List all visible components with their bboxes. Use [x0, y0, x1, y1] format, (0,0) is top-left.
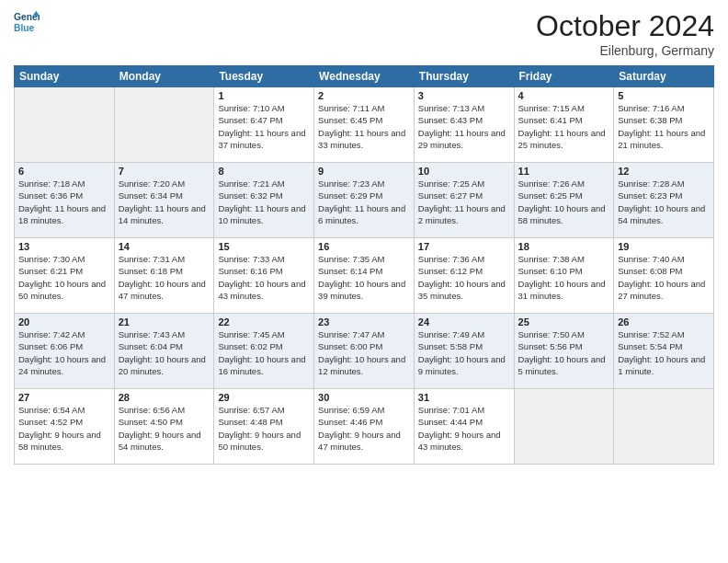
calendar-cell: 9Sunrise: 7:23 AM Sunset: 6:29 PM Daylig…: [314, 163, 415, 238]
day-number: 11: [518, 166, 610, 177]
cell-details: Sunrise: 7:33 AM Sunset: 6:16 PM Dayligh…: [218, 253, 310, 302]
day-number: 10: [418, 166, 510, 177]
logo-icon: General Blue: [14, 9, 40, 35]
calendar-cell: 10Sunrise: 7:25 AM Sunset: 6:27 PM Dayli…: [414, 163, 514, 238]
calendar-cell: 7Sunrise: 7:20 AM Sunset: 6:34 PM Daylig…: [114, 163, 214, 238]
cell-details: Sunrise: 7:25 AM Sunset: 6:27 PM Dayligh…: [418, 178, 510, 226]
week-row: 27Sunrise: 6:54 AM Sunset: 4:52 PM Dayli…: [15, 389, 714, 465]
day-number: 3: [418, 90, 510, 101]
day-number: 2: [318, 90, 410, 101]
calendar-cell: [15, 87, 115, 163]
cell-details: Sunrise: 7:20 AM Sunset: 6:34 PM Dayligh…: [119, 178, 210, 226]
logo: General Blue: [14, 9, 40, 35]
calendar-cell: 2Sunrise: 7:11 AM Sunset: 6:45 PM Daylig…: [314, 87, 415, 163]
day-number: 28: [119, 392, 210, 403]
calendar-cell: 23Sunrise: 7:47 AM Sunset: 6:00 PM Dayli…: [314, 314, 415, 389]
day-number: 7: [119, 166, 210, 177]
calendar-cell: 11Sunrise: 7:26 AM Sunset: 6:25 PM Dayli…: [514, 163, 614, 238]
day-number: 9: [318, 166, 410, 177]
calendar-cell: 24Sunrise: 7:49 AM Sunset: 5:58 PM Dayli…: [414, 314, 514, 389]
day-number: 1: [218, 90, 310, 101]
cell-details: Sunrise: 7:21 AM Sunset: 6:32 PM Dayligh…: [218, 178, 310, 226]
cell-details: Sunrise: 6:57 AM Sunset: 4:48 PM Dayligh…: [218, 404, 310, 453]
day-number: 19: [618, 241, 710, 252]
calendar-cell: 30Sunrise: 6:59 AM Sunset: 4:46 PM Dayli…: [314, 389, 415, 465]
calendar-table: SundayMondayTuesdayWednesdayThursdayFrid…: [14, 65, 714, 465]
day-number: 14: [119, 241, 210, 252]
calendar-cell: 16Sunrise: 7:35 AM Sunset: 6:14 PM Dayli…: [314, 238, 415, 314]
day-number: 29: [218, 392, 310, 403]
calendar-cell: [614, 389, 714, 465]
cell-details: Sunrise: 7:45 AM Sunset: 6:02 PM Dayligh…: [218, 328, 310, 377]
calendar-cell: 19Sunrise: 7:40 AM Sunset: 6:08 PM Dayli…: [614, 238, 714, 314]
calendar-cell: 31Sunrise: 7:01 AM Sunset: 4:44 PM Dayli…: [414, 389, 514, 465]
calendar-cell: 6Sunrise: 7:18 AM Sunset: 6:36 PM Daylig…: [15, 163, 115, 238]
week-row: 20Sunrise: 7:42 AM Sunset: 6:06 PM Dayli…: [15, 314, 714, 389]
cell-details: Sunrise: 7:13 AM Sunset: 6:43 PM Dayligh…: [418, 102, 510, 151]
calendar-cell: 5Sunrise: 7:16 AM Sunset: 6:38 PM Daylig…: [614, 87, 714, 163]
calendar-cell: 20Sunrise: 7:42 AM Sunset: 6:06 PM Dayli…: [15, 314, 115, 389]
cell-details: Sunrise: 7:16 AM Sunset: 6:38 PM Dayligh…: [618, 102, 710, 151]
calendar-cell: 17Sunrise: 7:36 AM Sunset: 6:12 PM Dayli…: [414, 238, 514, 314]
day-number: 17: [418, 241, 510, 252]
day-number: 4: [518, 90, 610, 101]
weekday-header: Tuesday: [214, 66, 314, 87]
cell-details: Sunrise: 7:50 AM Sunset: 5:56 PM Dayligh…: [518, 328, 610, 377]
cell-details: Sunrise: 7:49 AM Sunset: 5:58 PM Dayligh…: [418, 328, 510, 377]
calendar-cell: 3Sunrise: 7:13 AM Sunset: 6:43 PM Daylig…: [414, 87, 514, 163]
day-number: 22: [218, 316, 310, 327]
week-row: 1Sunrise: 7:10 AM Sunset: 6:47 PM Daylig…: [15, 87, 714, 163]
day-number: 16: [318, 241, 410, 252]
day-number: 18: [518, 241, 610, 252]
cell-details: Sunrise: 7:15 AM Sunset: 6:41 PM Dayligh…: [518, 102, 610, 151]
day-number: 24: [418, 316, 510, 327]
weekday-header: Thursday: [414, 66, 514, 87]
month-title: October 2024: [536, 9, 714, 43]
cell-details: Sunrise: 7:36 AM Sunset: 6:12 PM Dayligh…: [418, 253, 510, 302]
cell-details: Sunrise: 7:18 AM Sunset: 6:36 PM Dayligh…: [18, 178, 110, 226]
week-row: 6Sunrise: 7:18 AM Sunset: 6:36 PM Daylig…: [15, 163, 714, 238]
day-number: 26: [618, 316, 710, 327]
cell-details: Sunrise: 7:30 AM Sunset: 6:21 PM Dayligh…: [18, 253, 110, 302]
calendar-cell: 18Sunrise: 7:38 AM Sunset: 6:10 PM Dayli…: [514, 238, 614, 314]
calendar-cell: 21Sunrise: 7:43 AM Sunset: 6:04 PM Dayli…: [114, 314, 214, 389]
location: Eilenburg, Germany: [536, 43, 714, 58]
calendar-cell: 1Sunrise: 7:10 AM Sunset: 6:47 PM Daylig…: [214, 87, 314, 163]
title-block: October 2024 Eilenburg, Germany: [536, 9, 714, 58]
svg-text:Blue: Blue: [14, 23, 35, 33]
day-number: 15: [218, 241, 310, 252]
day-number: 12: [618, 166, 710, 177]
cell-details: Sunrise: 7:10 AM Sunset: 6:47 PM Dayligh…: [218, 102, 310, 151]
calendar-cell: 13Sunrise: 7:30 AM Sunset: 6:21 PM Dayli…: [15, 238, 115, 314]
cell-details: Sunrise: 7:47 AM Sunset: 6:00 PM Dayligh…: [318, 328, 410, 377]
cell-details: Sunrise: 7:52 AM Sunset: 5:54 PM Dayligh…: [618, 328, 710, 377]
cell-details: Sunrise: 7:40 AM Sunset: 6:08 PM Dayligh…: [618, 253, 710, 302]
calendar-page: General Blue October 2024 Eilenburg, Ger…: [0, 0, 728, 563]
calendar-cell: 8Sunrise: 7:21 AM Sunset: 6:32 PM Daylig…: [214, 163, 314, 238]
cell-details: Sunrise: 7:23 AM Sunset: 6:29 PM Dayligh…: [318, 178, 410, 226]
header-row: SundayMondayTuesdayWednesdayThursdayFrid…: [15, 66, 714, 87]
day-number: 8: [218, 166, 310, 177]
cell-details: Sunrise: 7:11 AM Sunset: 6:45 PM Dayligh…: [318, 102, 410, 151]
calendar-cell: 25Sunrise: 7:50 AM Sunset: 5:56 PM Dayli…: [514, 314, 614, 389]
calendar-cell: 22Sunrise: 7:45 AM Sunset: 6:02 PM Dayli…: [214, 314, 314, 389]
day-number: 20: [18, 316, 110, 327]
calendar-cell: 26Sunrise: 7:52 AM Sunset: 5:54 PM Dayli…: [614, 314, 714, 389]
day-number: 31: [418, 392, 510, 403]
calendar-cell: 29Sunrise: 6:57 AM Sunset: 4:48 PM Dayli…: [214, 389, 314, 465]
calendar-cell: 27Sunrise: 6:54 AM Sunset: 4:52 PM Dayli…: [15, 389, 115, 465]
cell-details: Sunrise: 7:28 AM Sunset: 6:23 PM Dayligh…: [618, 178, 710, 226]
day-number: 30: [318, 392, 410, 403]
calendar-cell: [514, 389, 614, 465]
header: General Blue October 2024 Eilenburg, Ger…: [14, 9, 714, 58]
cell-details: Sunrise: 6:59 AM Sunset: 4:46 PM Dayligh…: [318, 404, 410, 453]
weekday-header: Saturday: [614, 66, 714, 87]
cell-details: Sunrise: 7:01 AM Sunset: 4:44 PM Dayligh…: [418, 404, 510, 453]
cell-details: Sunrise: 6:56 AM Sunset: 4:50 PM Dayligh…: [119, 404, 210, 453]
calendar-cell: 4Sunrise: 7:15 AM Sunset: 6:41 PM Daylig…: [514, 87, 614, 163]
day-number: 5: [618, 90, 710, 101]
weekday-header: Sunday: [15, 66, 115, 87]
cell-details: Sunrise: 7:43 AM Sunset: 6:04 PM Dayligh…: [119, 328, 210, 377]
calendar-cell: [114, 87, 214, 163]
cell-details: Sunrise: 6:54 AM Sunset: 4:52 PM Dayligh…: [18, 404, 110, 453]
